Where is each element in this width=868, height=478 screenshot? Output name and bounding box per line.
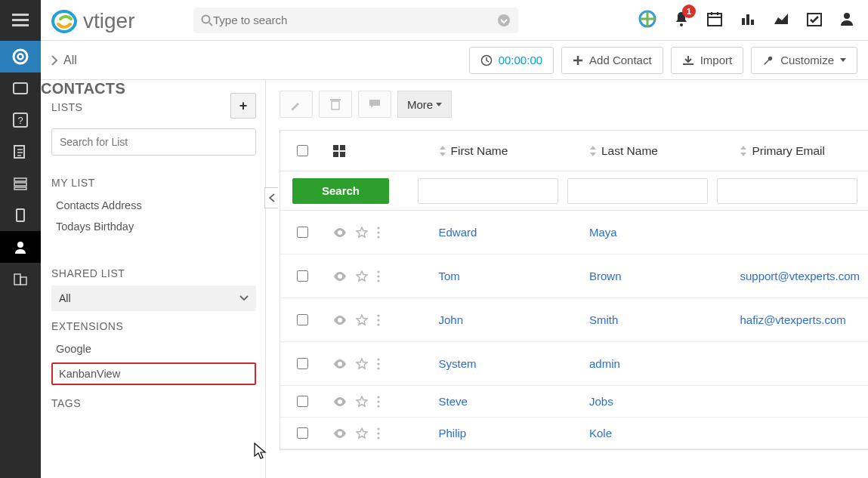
cell-lastname[interactable]: Jobs	[589, 395, 613, 408]
star-icon[interactable]	[356, 270, 368, 282]
table-search-button[interactable]: Search	[292, 178, 389, 204]
svg-point-45	[377, 314, 379, 316]
nav-item-contacts[interactable]	[0, 231, 41, 263]
more-button[interactable]: More	[397, 91, 452, 118]
table-row[interactable]: EdwardMaya	[280, 211, 868, 254]
row-actions	[326, 396, 431, 408]
table-row[interactable]: Systemadmin	[280, 342, 868, 386]
more-icon[interactable]	[377, 270, 380, 282]
ext-item-google[interactable]: Google	[51, 338, 256, 359]
timer-button[interactable]: 00:00:00	[469, 47, 554, 74]
col-firstname[interactable]: First Name	[431, 144, 582, 158]
eye-icon[interactable]	[333, 359, 347, 369]
nav-item-card[interactable]	[0, 72, 41, 104]
more-icon[interactable]	[377, 227, 380, 239]
eye-icon[interactable]	[333, 316, 347, 325]
hamburger-menu[interactable]	[0, 0, 41, 41]
global-search[interactable]	[193, 8, 518, 33]
customize-button[interactable]: Customize	[751, 47, 857, 74]
edit-button[interactable]	[280, 91, 313, 118]
area-chart-icon[interactable]	[773, 11, 789, 30]
mylist-item[interactable]: Todays Birthday	[51, 216, 256, 237]
row-checkbox[interactable]	[297, 227, 308, 238]
select-all-checkbox[interactable]	[297, 145, 308, 156]
eye-icon[interactable]	[333, 272, 347, 281]
filter-firstname[interactable]	[418, 178, 558, 204]
shared-all-select[interactable]: All	[51, 285, 256, 311]
filter-email[interactable]	[717, 178, 857, 204]
check-icon[interactable]	[806, 11, 823, 30]
row-checkbox[interactable]	[297, 396, 308, 407]
cell-lastname[interactable]: Maya	[589, 226, 617, 239]
eye-icon[interactable]	[333, 228, 347, 237]
star-icon[interactable]	[356, 396, 368, 408]
cell-firstname[interactable]: Tom	[439, 270, 460, 282]
bar-chart-icon[interactable]	[740, 11, 756, 30]
star-icon[interactable]	[356, 358, 368, 370]
ext-item-kanban[interactable]: KanbanView	[54, 365, 253, 383]
cell-firstname[interactable]: Philip	[439, 427, 467, 439]
cell-email[interactable]: hafiz@vtexperts.com	[740, 313, 845, 326]
panel-collapse-toggle[interactable]	[264, 187, 278, 208]
more-icon[interactable]	[377, 314, 380, 326]
more-icon[interactable]	[377, 427, 380, 439]
table-row[interactable]: JohnSmithhafiz@vtexperts.com	[280, 298, 868, 342]
nav-item-qmark[interactable]: ?	[0, 104, 41, 136]
nav-item-db[interactable]	[0, 168, 41, 199]
cell-firstname[interactable]: System	[439, 357, 477, 370]
app-switch-icon[interactable]	[638, 10, 656, 31]
delete-button[interactable]	[319, 91, 352, 118]
dropdown-circle-icon[interactable]	[497, 14, 511, 27]
row-checkbox[interactable]	[297, 314, 308, 325]
svg-point-42	[377, 270, 379, 273]
grid-icon[interactable]	[333, 145, 345, 157]
breadcrumb-sub[interactable]: All	[63, 54, 77, 67]
notifications-icon[interactable]: 1	[673, 11, 690, 30]
profile-icon[interactable]	[839, 11, 854, 29]
comment-button[interactable]	[358, 91, 391, 118]
cell-lastname[interactable]: Kole	[589, 427, 612, 439]
cell-email[interactable]: support@vtexperts.com	[740, 270, 860, 282]
nav-item-mobile[interactable]	[0, 199, 41, 231]
row-checkbox[interactable]	[297, 427, 308, 439]
filter-lastname[interactable]	[567, 178, 708, 204]
add-list-button[interactable]: +	[230, 93, 256, 119]
hamburger-icon	[12, 14, 29, 27]
star-icon[interactable]	[356, 227, 368, 239]
more-icon[interactable]	[377, 396, 380, 408]
eye-icon[interactable]	[333, 429, 347, 438]
row-checkbox[interactable]	[297, 358, 308, 369]
cell-firstname[interactable]: Steve	[439, 395, 468, 408]
nav-item-help[interactable]	[0, 41, 41, 72]
eye-icon[interactable]	[333, 397, 347, 406]
global-search-input[interactable]	[213, 14, 497, 26]
nav-item-org[interactable]	[0, 263, 41, 295]
col-email[interactable]: Primary Email	[732, 144, 868, 158]
row-checkbox[interactable]	[297, 270, 308, 282]
more-icon[interactable]	[377, 358, 380, 370]
svg-rect-33	[332, 101, 339, 109]
import-button[interactable]: Import	[671, 47, 744, 74]
logo[interactable]: vtiger	[50, 5, 193, 35]
cell-firstname[interactable]: John	[439, 313, 464, 326]
svg-text:vtiger: vtiger	[83, 9, 134, 32]
svg-rect-34	[330, 99, 341, 100]
cell-lastname[interactable]: Smith	[589, 313, 618, 326]
trash-icon	[330, 98, 341, 110]
cell-lastname[interactable]: Brown	[589, 270, 622, 282]
svg-point-43	[377, 275, 379, 277]
calendar-icon[interactable]	[706, 11, 723, 30]
cell-firstname[interactable]: Edward	[439, 226, 477, 239]
star-icon[interactable]	[356, 427, 368, 439]
nav-item-edit[interactable]	[0, 136, 41, 168]
cell-lastname[interactable]: admin	[589, 357, 620, 370]
star-icon[interactable]	[356, 314, 368, 326]
col-lastname[interactable]: Last Name	[582, 144, 732, 158]
table-row[interactable]: PhilipKole	[280, 418, 868, 449]
table-row[interactable]: SteveJobs	[280, 386, 868, 418]
svg-rect-38	[340, 152, 345, 157]
table-row[interactable]: TomBrownsupport@vtexperts.com	[280, 254, 868, 298]
mylist-item[interactable]: Contacts Address	[51, 195, 256, 216]
list-search-input[interactable]	[51, 128, 256, 156]
add-contact-button[interactable]: Add Contact	[561, 47, 663, 74]
